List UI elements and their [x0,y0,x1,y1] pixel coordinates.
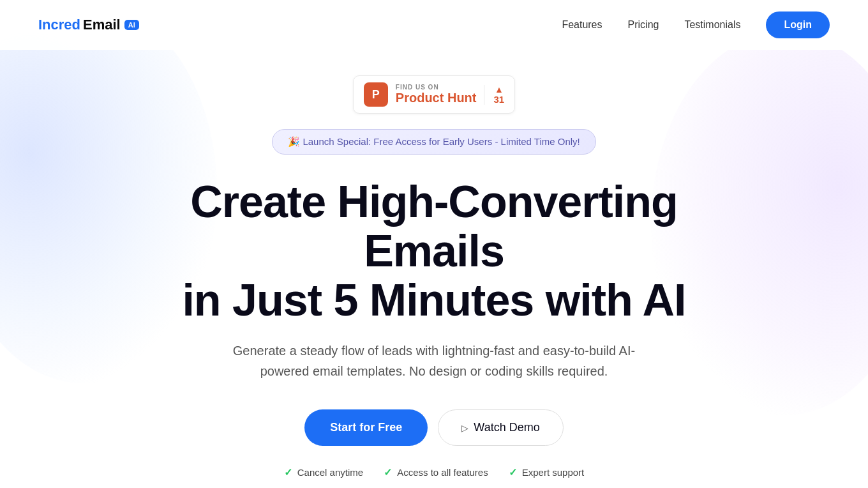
check-icon-access: ✓ [384,466,392,478]
play-icon: ▷ [461,423,468,433]
logo-ai-badge: AI [124,20,139,30]
feature-badge-cancel: ✓ Cancel anytime [284,466,363,478]
upvote-arrow-icon: ▲ [495,85,504,94]
check-icon-cancel: ✓ [284,466,292,478]
product-hunt-text: FIND US ON Product Hunt [396,84,477,105]
product-hunt-votes: ▲ 31 [484,85,504,105]
nav-features[interactable]: Features [562,19,602,31]
hero-title-line2: in Just 5 Minutes with AI [182,275,685,325]
hero-title-line1: Create High-Converting Emails [190,177,678,276]
find-us-label: FIND US ON [396,84,439,91]
nav-links: Features Pricing Testimonials Login [562,11,830,38]
nav-testimonials[interactable]: Testimonials [684,19,740,31]
hero-section: P FIND US ON Product Hunt ▲ 31 🎉 Launch … [0,50,868,488]
feature-access-label: Access to all features [397,467,488,478]
hero-title: Create High-Converting Emails in Just 5 … [147,178,721,325]
product-hunt-label: Product Hunt [396,91,477,105]
product-hunt-icon: P [364,82,388,107]
check-icon-support: ✓ [509,466,517,478]
feature-badge-access: ✓ Access to all features [384,466,488,478]
feature-cancel-label: Cancel anytime [297,467,363,478]
watch-demo-button[interactable]: ▷ Watch Demo [438,409,563,446]
vote-count: 31 [493,94,504,105]
cta-buttons: Start for Free ▷ Watch Demo [304,409,563,446]
feature-support-label: Expert support [522,467,585,478]
logo-email: Email [83,17,121,33]
nav-pricing[interactable]: Pricing [628,19,659,31]
login-button[interactable]: Login [766,11,830,38]
logo-incred: Incred [38,17,80,33]
launch-banner[interactable]: 🎉 Launch Special: Free Access for Early … [272,129,596,155]
hero-subtitle: Generate a steady flow of leads with lig… [217,340,651,381]
product-hunt-badge[interactable]: P FIND US ON Product Hunt ▲ 31 [353,75,515,114]
navbar: IncredEmailAI Features Pricing Testimoni… [0,0,868,50]
logo[interactable]: IncredEmailAI [38,17,139,33]
feature-badge-support: ✓ Expert support [509,466,585,478]
feature-badges: ✓ Cancel anytime ✓ Access to all feature… [284,466,585,478]
start-for-free-button[interactable]: Start for Free [304,409,428,446]
watch-demo-label: Watch Demo [474,421,539,434]
